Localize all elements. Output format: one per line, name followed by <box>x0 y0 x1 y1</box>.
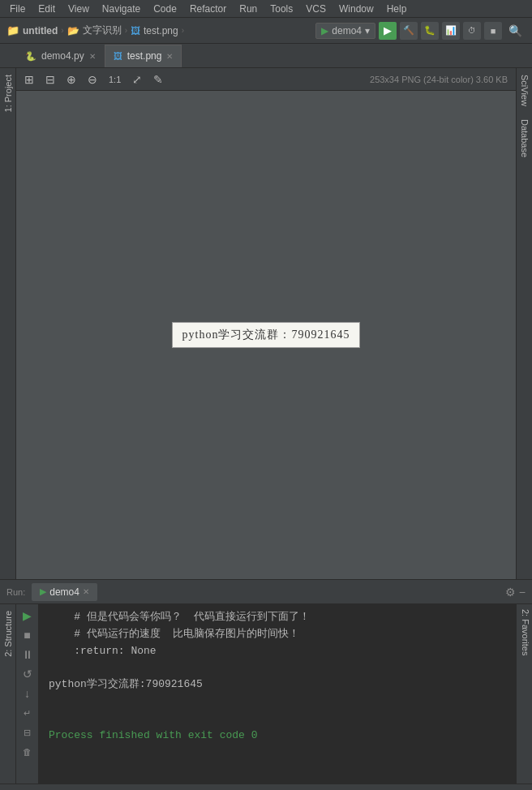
run-config-dropdown[interactable]: ▶ demo4 ▾ <box>315 23 375 39</box>
menu-help[interactable]: Help <box>380 2 414 16</box>
image-toolbar: ⊞ ⊟ ⊕ ⊖ 1:1 ⤢ ✎ 253x34 PNG (24-bit color… <box>16 68 516 91</box>
run-controls: ▶ demo4 ▾ ▶ 🔨 🐛 📊 ⏱ ■ 🔍 <box>315 22 526 40</box>
run-config-label: demo4 <box>332 25 362 36</box>
breadcrumb-sep3: › <box>182 26 184 35</box>
run-debug-button[interactable]: 🐛 <box>421 22 439 40</box>
menu-edit[interactable]: Edit <box>32 2 62 16</box>
eyedropper-button[interactable]: ✎ <box>150 71 166 88</box>
image-canvas: python学习交流群：790921645 <box>16 91 516 579</box>
zoom-out-button[interactable]: ⊖ <box>84 71 101 88</box>
console-line-7 <box>49 711 506 728</box>
minimize-button[interactable]: − <box>519 586 526 599</box>
left-bottom-panel: 2: Structure <box>0 604 16 784</box>
run-tab-demo4[interactable]: ▶ demo4 ✕ <box>32 583 97 601</box>
console-print-btn[interactable]: ⊟ <box>19 724 36 741</box>
run-config-chevron: ▾ <box>365 25 370 36</box>
tab-testpng-label: test.png <box>127 50 162 62</box>
breadcrumb-project[interactable]: untitled <box>23 25 58 36</box>
image-info: 253x34 PNG (24-bit color) 3.60 KB <box>370 75 511 84</box>
console-pause-btn[interactable]: ⏸ <box>19 646 36 663</box>
tab-testpng[interactable]: 🖼 test.png ✕ <box>105 45 182 67</box>
search-button[interactable]: 🔍 <box>505 23 526 39</box>
sciview-label[interactable]: SciView <box>518 68 531 113</box>
console-clear-btn[interactable]: 🗑 <box>19 744 36 760</box>
console-rerun-btn[interactable]: ↺ <box>19 666 36 682</box>
menu-code[interactable]: Code <box>147 2 183 16</box>
actual-size-button[interactable]: 1:1 <box>105 73 124 86</box>
run-stop-button[interactable]: ■ <box>484 22 502 40</box>
menu-vcs[interactable]: VCS <box>299 2 332 16</box>
fit-button[interactable]: ⊞ <box>21 71 37 88</box>
run-play-button[interactable]: ▶ <box>379 22 397 40</box>
scrollbar[interactable] <box>0 784 532 790</box>
menubar: File Edit View Navigate Code Refactor Ru… <box>0 0 532 18</box>
run-coverage-button[interactable]: 📊 <box>442 22 460 40</box>
py-file-icon: 🐍 <box>25 51 36 62</box>
tab-demo4py-label: demo4.py <box>41 50 84 62</box>
console-side-buttons: ▶ ■ ⏸ ↺ ↓ ↵ ⊟ 🗑 <box>16 604 39 784</box>
run-tab-icon: ▶ <box>40 586 46 597</box>
png-icon: 🖼 <box>131 25 140 36</box>
left-side-panel: 1: Project <box>0 68 16 579</box>
editor-tabs: 🐍 demo4.py ✕ 🖼 test.png ✕ <box>0 44 532 68</box>
image-viewer: ⊞ ⊟ ⊕ ⊖ 1:1 ⤢ ✎ 253x34 PNG (24-bit color… <box>16 68 516 579</box>
breadcrumb-file[interactable]: test.png <box>144 25 178 36</box>
breadcrumb-folder[interactable]: 文字识别 <box>83 24 122 37</box>
grid-button[interactable]: ⊟ <box>42 71 58 88</box>
structure-label[interactable]: 2: Structure <box>2 604 15 663</box>
bottom-panel-controls: ⚙ − <box>505 586 526 599</box>
console-line-3: :return: None <box>49 643 506 660</box>
menu-file[interactable]: File <box>3 2 32 16</box>
project-icon: 📁 <box>6 24 19 36</box>
run-build-button[interactable]: 🔨 <box>400 22 418 40</box>
project-panel-label[interactable]: 1: Project <box>2 68 15 118</box>
titlebar: 📁 untitled › 📂 文字识别 › 🖼 test.png › ▶ dem… <box>0 18 532 44</box>
console-line-6 <box>49 693 506 711</box>
run-config-icon: ▶ <box>321 25 328 36</box>
bottom-tabs: Run: ▶ demo4 ✕ ⚙ − <box>0 580 532 604</box>
bottom-side-area: 2: Structure <box>0 604 16 784</box>
console-line-4 <box>49 659 506 676</box>
console-stop-btn[interactable]: ■ <box>19 627 36 643</box>
bottom-right-labels: 2: Favorites <box>516 604 532 784</box>
run-tab-close[interactable]: ✕ <box>83 587 89 596</box>
right-side-panel: SciView Database <box>516 68 532 579</box>
console-line-5: python学习交流群:790921645 <box>49 676 506 693</box>
main-content: 1: Project ⊞ ⊟ ⊕ ⊖ 1:1 ⤢ ✎ 253x34 PNG (2… <box>0 68 532 579</box>
menu-tools[interactable]: Tools <box>264 2 299 16</box>
folder-icon: 📂 <box>67 25 79 36</box>
console-line-1: # 但是代码会等你吗？ 代码直接运行到下面了！ <box>49 609 506 626</box>
run-profile-button[interactable]: ⏱ <box>463 22 481 40</box>
breadcrumb-sep1: › <box>61 26 63 35</box>
database-label[interactable]: Database <box>518 113 531 164</box>
test-image-preview: python学习交流群：790921645 <box>172 322 361 348</box>
tab-testpng-close[interactable]: ✕ <box>166 52 173 61</box>
tab-demo4py-close[interactable]: ✕ <box>89 52 96 61</box>
console-line-2: # 代码运行的速度 比电脑保存图片的时间快！ <box>49 626 506 643</box>
menu-navigate[interactable]: Navigate <box>96 2 147 16</box>
breadcrumb-sep2: › <box>125 26 127 35</box>
bottom-panel: Run: ▶ demo4 ✕ ⚙ − 2: Structure ▶ ■ ⏸ ↺ … <box>0 579 532 790</box>
console-output: # 但是代码会等你吗？ 代码直接运行到下面了！ # 代码运行的速度 比电脑保存图… <box>39 604 516 784</box>
console-play-btn[interactable]: ▶ <box>19 608 36 624</box>
menu-view[interactable]: View <box>62 2 96 16</box>
settings-button[interactable]: ⚙ <box>505 586 516 599</box>
zoom-in-button[interactable]: ⊕ <box>63 71 79 88</box>
run-tab-label: demo4 <box>49 586 79 598</box>
menu-refactor[interactable]: Refactor <box>183 2 233 16</box>
menu-run[interactable]: Run <box>233 2 264 16</box>
fit-screen-button[interactable]: ⤢ <box>129 71 145 88</box>
console-softwrap-btn[interactable]: ↵ <box>19 705 36 721</box>
console-scroll-end-btn[interactable]: ↓ <box>19 685 36 702</box>
tab-demo4py[interactable]: 🐍 demo4.py ✕ <box>16 45 105 67</box>
favorites-label[interactable]: 2: Favorites <box>517 604 532 660</box>
bottom-content: 2: Structure ▶ ■ ⏸ ↺ ↓ ↵ ⊟ 🗑 # 但是代码会等你吗？… <box>0 604 532 784</box>
console-line-8: Process finished with exit code 0 <box>49 728 506 745</box>
menu-window[interactable]: Window <box>332 2 380 16</box>
png-file-icon: 🖼 <box>114 51 122 61</box>
run-label: Run: <box>6 587 25 597</box>
